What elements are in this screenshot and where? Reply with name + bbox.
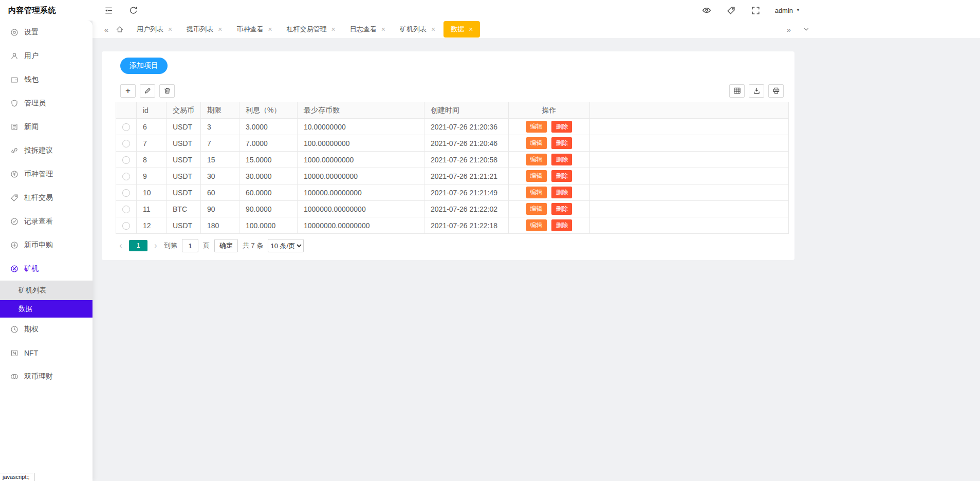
edit-button[interactable]: 编辑 (526, 187, 547, 198)
edit-button[interactable]: 编辑 (526, 137, 547, 149)
square-icon (10, 349, 19, 357)
cell-min-deposit: 10000000.00000000 (298, 217, 424, 234)
page-size-select[interactable]: 10 条/页 (268, 239, 304, 252)
edit-button[interactable]: 编辑 (526, 121, 547, 133)
app-title: 内容管理系统 (8, 0, 56, 21)
cell-min-deposit: 10000.00000000 (298, 168, 424, 184)
header-id: id (137, 102, 167, 119)
tab-item[interactable]: 日志查看 × (343, 21, 393, 38)
home-tab-button[interactable] (113, 21, 126, 38)
edit-button[interactable]: 编辑 (526, 203, 547, 215)
tab-item[interactable]: 提币列表 × (179, 21, 229, 38)
cell-term: 7 (201, 135, 239, 152)
close-icon[interactable]: × (331, 26, 336, 33)
cell-coin: USDT (167, 184, 201, 201)
scroll-tabs-left-button[interactable]: « (100, 21, 113, 38)
sidebar-subitem-miner-list[interactable]: 矿机列表 (0, 281, 93, 300)
main-area: 添加项目 + (93, 38, 980, 481)
header-operations: 操作 (509, 102, 590, 119)
sidebar-item-options[interactable]: 期权 (0, 318, 93, 341)
sidebar-item-nft[interactable]: NFT (0, 341, 93, 365)
delete-button[interactable]: 删除 (551, 121, 572, 133)
table-row: 11 BTC 90 90.0000 1000000.00000000 2021-… (116, 201, 789, 217)
close-icon[interactable]: × (168, 26, 172, 33)
close-icon[interactable]: × (218, 26, 222, 33)
current-page[interactable]: 1 (129, 240, 147, 251)
sidebar-item-label: NFT (24, 349, 38, 357)
sidebar-subitem-data[interactable]: 数据 (0, 300, 93, 318)
delete-row-button[interactable] (159, 84, 175, 98)
tab-item[interactable]: 用户列表 × (130, 21, 179, 38)
close-icon[interactable]: × (268, 26, 272, 33)
tab-item[interactable]: 币种查看 × (229, 21, 279, 38)
row-radio[interactable] (122, 222, 130, 230)
prev-page-button[interactable]: ‹ (117, 241, 124, 250)
sidebar-item-feedback[interactable]: 投拆建议 (0, 139, 93, 162)
close-icon[interactable]: × (431, 26, 435, 33)
confirm-page-button[interactable]: 确定 (214, 239, 238, 252)
sidebar-item-admins[interactable]: 管理员 (0, 91, 93, 115)
next-page-button[interactable]: › (152, 241, 159, 250)
scroll-tabs-right-button[interactable]: » (782, 21, 796, 38)
row-radio[interactable] (122, 206, 130, 213)
close-icon[interactable]: × (381, 26, 385, 33)
row-radio[interactable] (122, 123, 130, 131)
tab-item[interactable]: 杠杆交易管理 × (280, 21, 343, 38)
user-menu[interactable]: admin ▼ (775, 7, 800, 14)
row-radio[interactable] (122, 173, 130, 180)
edit-button[interactable]: 编辑 (526, 170, 547, 182)
add-row-button[interactable]: + (120, 84, 136, 98)
print-icon[interactable] (768, 84, 784, 98)
delete-button[interactable]: 删除 (551, 219, 572, 231)
header-interest: 利息（%） (239, 102, 298, 119)
header-created-at: 创建时间 (424, 102, 509, 119)
delete-button[interactable]: 删除 (551, 170, 572, 182)
edit-button[interactable]: 编辑 (526, 219, 547, 231)
sidebar-item-users[interactable]: 用户 (0, 44, 93, 68)
goto-label-prefix: 到第 (164, 241, 177, 250)
sidebar-item-dual-finance[interactable]: 双币理财 (0, 365, 93, 388)
row-radio[interactable] (122, 156, 130, 164)
export-icon[interactable] (749, 84, 764, 98)
delete-button[interactable]: 删除 (551, 137, 572, 149)
sidebar-item-news[interactable]: 新闻 (0, 115, 93, 139)
fullscreen-icon[interactable] (750, 5, 762, 16)
cell-term: 60 (201, 184, 239, 201)
add-item-button[interactable]: 添加项目 (120, 58, 168, 74)
sidebar-item-currency-management[interactable]: 币种管理 (0, 162, 93, 186)
sidebar-item-new-coin-subscription[interactable]: 新币申购 (0, 233, 93, 257)
collapse-sidebar-icon[interactable] (103, 5, 114, 16)
tabs-menu-dropdown[interactable] (800, 21, 813, 38)
tab-item-active[interactable]: 数据 × (443, 21, 480, 38)
sidebar-item-label: 记录查看 (24, 217, 53, 226)
delete-button[interactable]: 删除 (551, 203, 572, 215)
sidebar-item-miner[interactable]: 矿机 (0, 257, 93, 281)
filter-columns-icon[interactable] (729, 84, 745, 98)
row-radio[interactable] (122, 140, 130, 147)
pagination: ‹ 1 › 到第 页 确定 共 7 条 10 条/页 (117, 239, 794, 252)
goto-page-input[interactable] (182, 239, 198, 252)
row-radio[interactable] (122, 189, 130, 197)
delete-button[interactable]: 删除 (551, 187, 572, 198)
sidebar-item-records[interactable]: 记录查看 (0, 210, 93, 233)
edit-row-button[interactable] (140, 84, 155, 98)
tag-icon[interactable] (726, 5, 737, 16)
sidebar-item-settings[interactable]: 设置 (0, 21, 93, 44)
edit-button[interactable]: 编辑 (526, 154, 547, 165)
delete-button[interactable]: 删除 (551, 154, 572, 165)
cell-created-at: 2021-07-26 21:20:36 (424, 119, 509, 135)
close-icon[interactable]: × (469, 26, 473, 33)
miner-circle-icon (10, 265, 19, 273)
browser-status-text: javascript:; (0, 473, 34, 481)
sidebar-item-leverage-trading[interactable]: 杠杆交易 (0, 186, 93, 210)
tab-bar: « 用户列表 × 提币列表 × 币种查看 × 杠杆交易管理 × 日志查看 × 矿… (93, 21, 980, 38)
refresh-icon[interactable] (127, 5, 139, 16)
cell-created-at: 2021-07-26 21:20:58 (424, 152, 509, 168)
cell-id: 12 (137, 217, 167, 234)
cell-interest: 7.0000 (239, 135, 298, 152)
sidebar-item-wallet[interactable]: 钱包 (0, 68, 93, 91)
cell-created-at: 2021-07-26 21:21:49 (424, 184, 509, 201)
eye-icon[interactable] (701, 5, 712, 16)
tab-item[interactable]: 矿机列表 × (393, 21, 442, 38)
check-circle-icon (10, 217, 19, 226)
